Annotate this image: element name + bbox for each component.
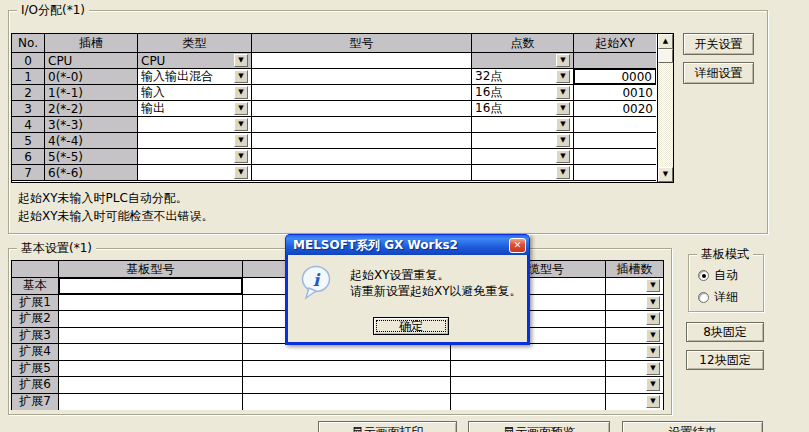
power-model-cell[interactable]: [243, 344, 451, 361]
dropdown-button[interactable]: ▼: [234, 54, 248, 67]
end-settings-button[interactable]: 设置结束: [622, 421, 763, 432]
start-xy-cell-focused[interactable]: 0000: [574, 69, 656, 85]
dropdown-button[interactable]: ▼: [234, 166, 248, 179]
dropdown-button[interactable]: ▼: [646, 296, 660, 309]
slot-count-dropdown[interactable]: ▼: [606, 328, 663, 345]
start-xy-cell[interactable]: [574, 53, 656, 69]
points-dropdown[interactable]: 16点 ▼: [472, 85, 574, 101]
ok-button[interactable]: 确定: [373, 317, 449, 335]
type-dropdown[interactable]: ▼: [138, 149, 252, 165]
dropdown-button[interactable]: ▼: [556, 134, 570, 147]
dropdown-button[interactable]: ▼: [556, 102, 570, 115]
close-button[interactable]: ✕: [509, 238, 526, 253]
dropdown-button[interactable]: ▼: [646, 362, 660, 375]
dropdown-button[interactable]: ▼: [234, 70, 248, 83]
print-screen-button[interactable]: 显示画面打印: [318, 421, 457, 432]
dropdown-button[interactable]: ▼: [646, 279, 660, 292]
print-preview-button[interactable]: 显示画面预览: [468, 421, 610, 432]
model-cell[interactable]: [252, 149, 472, 165]
slot-count-dropdown[interactable]: ▼: [606, 311, 663, 328]
slot-count-dropdown[interactable]: ▼: [606, 361, 663, 378]
scroll-down-button[interactable]: ▼: [658, 167, 673, 182]
start-xy-cell[interactable]: 0010: [574, 85, 656, 101]
slot-cell: 6(*-6): [45, 165, 138, 181]
dropdown-button[interactable]: ▼: [646, 329, 660, 342]
model-cell[interactable]: [252, 133, 472, 149]
cable-model-cell[interactable]: [451, 361, 606, 378]
power-model-cell[interactable]: [243, 394, 451, 411]
type-dropdown[interactable]: 输入 ▼: [138, 85, 252, 101]
base-model-cell[interactable]: [59, 344, 243, 361]
base-model-cell[interactable]: [59, 377, 243, 394]
points-dropdown[interactable]: 16点 ▼: [472, 101, 574, 117]
slot-count-dropdown[interactable]: ▼: [606, 344, 663, 361]
type-dropdown[interactable]: 输出 ▼: [138, 101, 252, 117]
base-model-cell[interactable]: [59, 311, 243, 328]
switch-settings-button[interactable]: 开关设置: [683, 33, 754, 55]
detail-settings-button[interactable]: 详细设置: [683, 62, 754, 84]
points-dropdown[interactable]: ▼: [472, 117, 574, 133]
slot-count-dropdown[interactable]: ▼: [606, 377, 663, 394]
base-model-cell[interactable]: [59, 295, 243, 312]
points-dropdown[interactable]: ▼: [472, 149, 574, 165]
base-model-cell[interactable]: [59, 328, 243, 345]
cable-model-cell[interactable]: [451, 344, 606, 361]
cable-model-cell[interactable]: [451, 394, 606, 411]
dialog-titlebar[interactable]: MELSOFT系列 GX Works2 ✕: [285, 234, 530, 255]
dropdown-button[interactable]: ▼: [556, 150, 570, 163]
row-no: 4: [12, 117, 45, 133]
start-xy-cell[interactable]: [574, 149, 656, 165]
cable-model-cell[interactable]: [451, 377, 606, 394]
points-dropdown[interactable]: ▼: [472, 133, 574, 149]
slot-count-dropdown[interactable]: ▼: [606, 394, 663, 411]
type-dropdown[interactable]: ▼: [138, 133, 252, 149]
dropdown-button[interactable]: ▼: [646, 395, 660, 408]
dropdown-button[interactable]: ▼: [556, 70, 570, 83]
dropdown-button[interactable]: ▼: [646, 378, 660, 391]
start-xy-cell[interactable]: 0020: [574, 101, 656, 117]
col-header-type: 类型: [138, 34, 252, 53]
base-model-cell[interactable]: [59, 394, 243, 411]
chevron-down-icon: ▼: [560, 137, 565, 144]
start-xy-cell[interactable]: [574, 117, 656, 133]
radio-detail[interactable]: 详细: [698, 289, 738, 306]
points-dropdown[interactable]: 32点 ▼: [472, 69, 574, 85]
radio-auto[interactable]: 自动: [698, 267, 738, 284]
dropdown-button[interactable]: ▼: [234, 118, 248, 131]
dropdown-button[interactable]: ▼: [234, 102, 248, 115]
fix-8-slots-button[interactable]: 8块固定: [686, 322, 764, 342]
type-dropdown[interactable]: ▼: [138, 117, 252, 133]
type-dropdown[interactable]: CPU ▼: [138, 53, 252, 69]
type-dropdown[interactable]: 输入输出混合 ▼: [138, 69, 252, 85]
dropdown-button[interactable]: ▼: [556, 118, 570, 131]
dropdown-button[interactable]: ▼: [234, 86, 248, 99]
slot-count-dropdown[interactable]: ▼: [606, 295, 663, 312]
points-dropdown[interactable]: ▼: [472, 165, 574, 181]
dropdown-button[interactable]: ▼: [234, 134, 248, 147]
io-table-scrollbar[interactable]: ▲ ▼: [657, 34, 673, 182]
fix-12-slots-button[interactable]: 12块固定: [686, 350, 764, 370]
dropdown-button[interactable]: ▼: [556, 54, 570, 67]
start-xy-cell[interactable]: [574, 133, 656, 149]
base-model-cell[interactable]: [59, 361, 243, 378]
model-cell[interactable]: [252, 117, 472, 133]
dropdown-button[interactable]: ▼: [556, 86, 570, 99]
type-dropdown[interactable]: ▼: [138, 165, 252, 181]
scroll-up-button[interactable]: ▲: [658, 34, 673, 49]
model-cell[interactable]: [252, 85, 472, 101]
start-xy-cell[interactable]: [574, 165, 656, 181]
model-cell[interactable]: [252, 165, 472, 181]
dropdown-button[interactable]: ▼: [646, 312, 660, 325]
points-dropdown[interactable]: ▼: [472, 53, 574, 69]
model-cell[interactable]: [252, 69, 472, 85]
base-model-input[interactable]: [59, 278, 243, 295]
scrollbar-thumb[interactable]: [658, 49, 673, 63]
dropdown-button[interactable]: ▼: [234, 150, 248, 163]
dropdown-button[interactable]: ▼: [556, 166, 570, 179]
model-cell[interactable]: [252, 101, 472, 117]
slot-count-dropdown[interactable]: ▼: [606, 278, 663, 295]
power-model-cell[interactable]: [243, 361, 451, 378]
model-cell[interactable]: [252, 53, 472, 69]
power-model-cell[interactable]: [243, 377, 451, 394]
dropdown-button[interactable]: ▼: [646, 345, 660, 358]
